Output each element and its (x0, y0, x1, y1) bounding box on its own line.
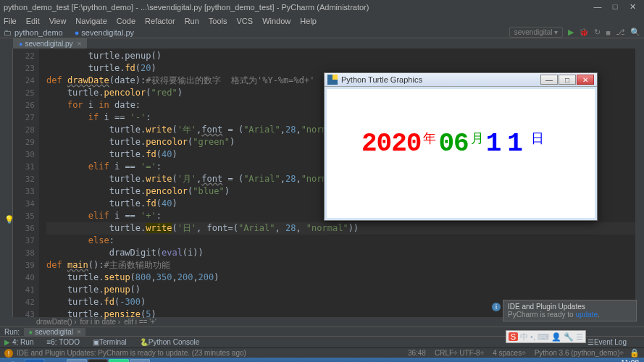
title-text: python_demo_test [F:\python_demo] - ...\… (4, 3, 369, 12)
cursor-position: 36:48 (408, 349, 426, 357)
terminal-toolwindow[interactable]: ▣ Terminal (93, 338, 127, 346)
menu-file[interactable]: File (4, 17, 17, 25)
minimize-button[interactable]: — (590, 2, 606, 12)
search-button[interactable]: 🔍 (630, 28, 640, 37)
folder-icon: 🗀 (4, 28, 12, 37)
maximize-button[interactable]: □ (607, 2, 623, 12)
taskbar-app-python[interactable]: 🖊️ (130, 359, 150, 362)
editor-tabs: ● sevendigital.py × (0, 38, 644, 49)
start-button[interactable] (2, 359, 24, 362)
turtle-title-bar[interactable]: Python Turtle Graphics — □ ✕ (325, 73, 597, 87)
restart-button[interactable]: ↻ (594, 28, 601, 37)
day-label: 日 (531, 130, 544, 147)
turtle-canvas: 2020 年 06 月 11 日 (325, 87, 597, 220)
ime-tool-icon[interactable]: 🔧 (564, 332, 574, 342)
interpreter[interactable]: Python 3.6 (python_demo)÷ (535, 349, 624, 357)
ime-account-icon[interactable]: 👤 (551, 332, 561, 342)
ime-toolbar[interactable]: S 中 •, ⌨ 👤 🔧 ☰ (506, 330, 586, 343)
git-button[interactable]: ⎇ (616, 28, 625, 37)
debug-button[interactable]: 🐞 (579, 28, 589, 37)
run-button[interactable]: ▶ (568, 28, 574, 37)
run-label: Run: (0, 328, 24, 336)
menu-navigate[interactable]: Navigate (75, 17, 106, 25)
clock[interactable]: 11:08 2020/6/11 (607, 359, 640, 362)
year-digits: 2020 (361, 129, 421, 159)
update-link[interactable]: update (575, 311, 598, 319)
menu-view[interactable]: View (49, 17, 67, 25)
project-folder[interactable]: 🗀 python_demo (4, 28, 63, 37)
python-icon: ● (75, 28, 80, 37)
turtle-maximize[interactable]: □ (559, 75, 576, 85)
editor-tab-active[interactable]: ● sevendigital.py × (13, 38, 87, 49)
intention-bulb-icon[interactable]: 💡 (4, 215, 14, 224)
turtle-minimize[interactable]: — (540, 75, 558, 85)
close-button[interactable]: ✕ (624, 2, 640, 12)
menu-refactor[interactable]: Refactor (145, 17, 175, 25)
taskbar-app-explorer[interactable]: 📁 (46, 359, 66, 362)
menu-code[interactable]: Code (117, 17, 135, 25)
status-message: IDE and Plugin Updates: PyCharm is ready… (17, 349, 246, 357)
running-icon: ● (28, 328, 33, 336)
error-stripe[interactable] (635, 49, 644, 317)
event-log[interactable]: ☰ Event Log (587, 338, 627, 346)
run-toolwindow[interactable]: ▶4: Run (4, 338, 33, 346)
ime-punct-icon[interactable]: •, (530, 332, 535, 341)
turtle-graphics-window[interactable]: Python Turtle Graphics — □ ✕ 2020 年 06 月… (324, 72, 598, 221)
run-tab[interactable]: ● sevendigital × (24, 328, 85, 336)
info-icon[interactable]: ! (4, 349, 13, 358)
ime-logo-icon: S (509, 332, 518, 341)
menu-run[interactable]: Run (185, 17, 199, 25)
open-file[interactable]: ● sevendigital.py (75, 28, 134, 37)
status-bar: ! IDE and Plugin Updates: PyCharm is rea… (0, 348, 644, 358)
lock-icon[interactable]: 🔒 (630, 348, 640, 358)
todo-toolwindow[interactable]: ≡ 6: TODO (46, 338, 80, 346)
stop-button[interactable]: ■ (606, 28, 611, 37)
ime-lang[interactable]: 中 (520, 332, 528, 342)
notify-body: PyCharm is ready to update. (508, 311, 632, 319)
taskbar-app-pycharm-2[interactable]: PC (109, 359, 129, 362)
run-config-select[interactable]: sevendigital ▾ (509, 27, 564, 38)
line-ending[interactable]: CRLF÷ UTF-8÷ (435, 349, 484, 357)
menu-bar: FileEditViewNavigateCodeRefactorRunTools… (0, 14, 644, 27)
ime-keyboard-icon[interactable]: ⌨ (538, 332, 549, 342)
info-icon: i (492, 303, 501, 311)
menu-window[interactable]: Window (262, 17, 290, 25)
line-gutter: 2223242526272829303132333435363738394041… (13, 49, 39, 317)
day-digits: 11 (486, 129, 529, 159)
menu-vcs[interactable]: VCS (237, 17, 254, 25)
python-icon: ● (19, 41, 22, 48)
window-title-bar: python_demo_test [F:\python_demo] - ...\… (0, 0, 644, 14)
menu-edit[interactable]: Edit (26, 17, 40, 25)
left-tool-strip (0, 49, 13, 317)
turtle-icon (327, 75, 338, 85)
notify-title: IDE and Plugin Updates (508, 303, 632, 311)
year-label: 年 (423, 130, 436, 147)
ime-menu-icon[interactable]: ☰ (576, 332, 583, 342)
fold-gutter (39, 49, 46, 317)
update-notification[interactable]: i IDE and Plugin Updates PyCharm is read… (503, 300, 637, 321)
menu-help[interactable]: Help (300, 17, 317, 25)
project-bar: 🗀 python_demo ● sevendigital.py sevendig… (0, 27, 644, 38)
close-tab-icon[interactable]: × (78, 40, 82, 48)
svg-rect-5 (333, 75, 338, 80)
taskbar-app-pycharm-1[interactable]: P (88, 359, 108, 362)
month-digits: 06 (438, 129, 468, 159)
taskbar-app-chrome[interactable] (67, 359, 87, 362)
close-run-tab[interactable]: × (77, 328, 81, 336)
month-label: 月 (471, 130, 484, 147)
indent[interactable]: 4 spaces÷ (493, 349, 526, 357)
taskbar: W 📁 P PC 🖊️ ▲ 🔊 🖧 11:08 2020/6/11 (0, 358, 644, 362)
taskbar-app-word[interactable]: W (25, 359, 45, 362)
turtle-close[interactable]: ✕ (577, 75, 594, 85)
play-icon: ▶ (4, 338, 10, 346)
console-toolwindow[interactable]: 🐍 Python Console (140, 338, 200, 346)
menu-tools[interactable]: Tools (209, 17, 227, 25)
